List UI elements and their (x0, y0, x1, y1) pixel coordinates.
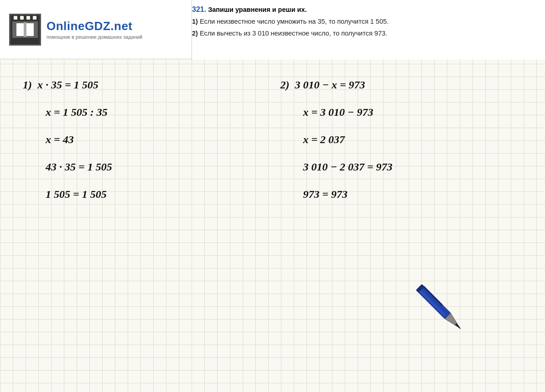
p2-eq2: x = 3 010 − 973 (303, 106, 373, 119)
p2-eq4: 3 010 − 2 037 = 973 (303, 161, 392, 173)
left-col-3: x = 43 (9, 128, 262, 151)
logo-subtitle: помощник в решении домашних заданий (47, 34, 142, 40)
right-col-1: 2) 3 010 − x = 973 (262, 73, 536, 97)
logo-text: OnlineGDZ.net помощник в решении домашни… (47, 19, 142, 40)
pen-drawing (403, 271, 478, 345)
p2-line5: 973 = 973 (280, 182, 536, 206)
p2-line4: 3 010 − 2 037 = 973 (280, 155, 536, 179)
left-col-1: 1) x · 35 = 1 505 (9, 73, 262, 97)
left-col-4: 43 · 35 = 1 505 (9, 155, 262, 179)
task-area: 321. Запиши уравнения и реши их. 1) Если… (192, 0, 545, 59)
math-solution: 1) x · 35 = 1 505 2) 3 010 − x = 973 x =… (0, 68, 545, 214)
solution-row-3: x = 43 x = 2 037 (9, 128, 536, 151)
logo-title: OnlineGDZ.net (47, 19, 142, 33)
p1-eq4: 43 · 35 = 1 505 (46, 161, 112, 173)
p2-eq1: 3 010 − x = 973 (295, 79, 365, 91)
task-item2-label: 2) (192, 30, 198, 37)
logo-area: OnlineGDZ.net помощник в решении домашни… (0, 9, 151, 50)
problem1-num: 1) (23, 79, 32, 91)
p2-eq5: 973 = 973 (303, 188, 348, 201)
right-col-2: x = 3 010 − 973 (262, 100, 536, 124)
task-item2-text: Если вычесть из 3 010 неизвестное число,… (200, 30, 387, 37)
p1-line1: 1) x · 35 = 1 505 (23, 73, 262, 97)
task-title: Запиши уравнения и реши их. (208, 6, 306, 13)
right-col-4: 3 010 − 2 037 = 973 (262, 155, 536, 179)
main-content: 1) x · 35 = 1 505 2) 3 010 − x = 973 x =… (0, 59, 545, 392)
svg-rect-3 (419, 289, 446, 316)
p1-line2: x = 1 505 : 35 (23, 100, 262, 124)
p1-line4: 43 · 35 = 1 505 (23, 155, 262, 179)
solution-row-2: x = 1 505 : 35 x = 3 010 − 973 (9, 100, 536, 124)
solution-row-5: 1 505 = 1 505 973 = 973 (9, 182, 536, 206)
left-col-5: 1 505 = 1 505 (9, 182, 262, 206)
left-col-2: x = 1 505 : 35 (9, 100, 262, 124)
problem2-num: 2) (280, 79, 289, 91)
p1-eq3: x = 43 (46, 134, 74, 146)
task-item1-label: 1) (192, 18, 198, 25)
right-col-5: 973 = 973 (262, 182, 536, 206)
p2-line1: 2) 3 010 − x = 973 (280, 73, 536, 97)
p1-line5: 1 505 = 1 505 (23, 182, 262, 206)
page: OnlineGDZ.net помощник в решении домашни… (0, 0, 545, 392)
p1-eq2: x = 1 505 : 35 (46, 106, 108, 119)
solution-row-1: 1) x · 35 = 1 505 2) 3 010 − x = 973 (9, 73, 536, 97)
task-item1-text: Если неизвестное число умножить на 35, т… (200, 18, 389, 25)
right-col-3: x = 2 037 (262, 128, 536, 151)
p1-eq1: x · 35 = 1 505 (37, 79, 99, 91)
logo-film-icon (9, 14, 41, 46)
solution-row-4: 43 · 35 = 1 505 3 010 − 2 037 = 973 (9, 155, 536, 179)
p2-line2: x = 3 010 − 973 (280, 100, 536, 124)
p1-eq5: 1 505 = 1 505 (46, 188, 107, 201)
task-number: 321. (192, 5, 206, 13)
p1-line3: x = 43 (23, 128, 262, 151)
p2-line3: x = 2 037 (280, 128, 536, 151)
p2-eq3: x = 2 037 (303, 134, 345, 146)
header: OnlineGDZ.net помощник в решении домашни… (0, 0, 545, 59)
